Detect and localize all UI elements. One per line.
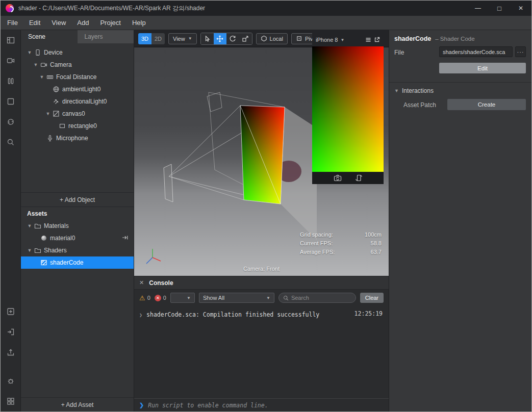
chevron-right-icon: ❯ [139,312,142,318]
caret-down-icon[interactable]: ▼ [26,248,33,253]
menu-view[interactable]: View [46,16,71,30]
tab-layers[interactable]: Layers [78,30,134,43]
simulator-panel: iPhone 8 ▼ [312,33,384,184]
simulator-device-label[interactable]: iPhone 8 [316,37,338,43]
file-path-field[interactable]: shaders/shaderCode.sca [439,46,513,57]
create-patch-button[interactable]: Create [447,99,526,110]
rotate-tool-button[interactable] [226,33,239,44]
scene-tree-item-ambientlight0[interactable]: ▼ ambientLight0 [21,83,134,95]
menu-file[interactable]: File [1,16,23,30]
axis-gizmo [146,249,161,264]
warning-icon: ⚠ [139,294,145,302]
log-entry[interactable]: ❯ shaderCode.sca: Compilation finished s… [134,309,389,320]
caret-down-icon: ▼ [394,88,399,93]
show-all-dropdown[interactable]: Show All ▼ [199,293,274,303]
assets-item-materials[interactable]: ▼ Materials [21,220,134,232]
scene-tree-item-microphone[interactable]: ▼ Microphone [21,132,134,144]
focal-distance-icon [45,73,55,81]
blocks-grid-icon[interactable] [1,391,21,411]
tree-item-label: canvas0 [62,110,85,117]
simulator-preview[interactable] [312,46,384,172]
folder-icon [33,247,42,254]
popout-icon[interactable] [374,37,380,43]
tree-item-label: shaderCode [50,259,83,266]
chevron-down-icon[interactable]: ▼ [340,38,344,42]
rotate-device-icon[interactable] [355,174,363,182]
debug-bug-icon[interactable] [1,371,21,391]
caret-down-icon[interactable]: ▼ [26,223,33,228]
insert-arrow-icon[interactable] [121,234,129,243]
import-icon[interactable] [1,322,21,342]
view-dropdown[interactable]: View ▼ [168,33,197,44]
maximize-button[interactable]: □ [489,1,510,16]
tree-item-label: directionalLight0 [62,98,107,105]
rectangle-icon [58,122,67,130]
inspector-subtitle: – Shader Code [435,36,474,42]
add-asset-button[interactable]: + Add Asset [21,397,134,411]
menu-project[interactable]: Project [94,16,126,30]
select-tool-button[interactable] [201,33,214,44]
add-block-icon[interactable] [1,301,21,322]
mode-2d-button[interactable]: 2D [151,33,165,44]
tree-item-label: Microphone [56,135,88,142]
menu-add[interactable]: Add [71,16,94,30]
assets-item-material0[interactable]: ▼ material0 [21,232,134,244]
caret-down-icon[interactable]: ▼ [32,62,39,67]
menu-help[interactable]: Help [126,16,151,30]
menu-edit[interactable]: Edit [23,16,46,30]
console-close-icon[interactable]: ✕ [139,279,144,286]
scene-tree-item-directionallight0[interactable]: ▼ directionalLight0 [21,95,134,108]
search-icon[interactable] [1,132,21,152]
caret-down-icon[interactable]: ▼ [26,50,33,55]
scene-tree-item-focal-distance[interactable]: ▼ Focal Distance [21,71,134,83]
minimize-button[interactable]: — [467,1,489,16]
chevron-down-icon: ▼ [266,296,270,300]
assets-item-shadercode[interactable]: ▼ shaderCode [21,256,134,269]
console-toolbar: ⚠ 0 ✕ 0 ▼ Show All ▼ [134,290,389,306]
ambient-light-icon [52,86,61,93]
clear-console-button[interactable]: Clear [360,293,384,303]
console-header: ✕ Console [134,276,389,290]
command-line-row[interactable]: ❯ Run script to enable command line. [134,398,389,411]
folder-icon [33,222,42,229]
scene-tree-item-canvas0[interactable]: ▼ canvas0 [21,108,134,120]
console-search[interactable] [278,293,356,303]
move-tool-button[interactable] [214,33,226,44]
mode-3d-button[interactable]: 3D [138,33,151,44]
scene-panel-icon[interactable] [1,30,21,50]
caret-down-icon[interactable]: ▼ [38,74,45,80]
edit-shader-button[interactable]: Edit [439,63,526,73]
left-tool-strip [1,30,21,411]
window-title: shader - C:/Users/WE-AR/Documents/WE-AR/… [18,4,467,13]
tab-scene[interactable]: Scene [21,30,78,43]
warning-filter[interactable]: ⚠ 0 [139,294,150,302]
interactions-section-header[interactable]: ▼ Interactions [389,83,531,99]
sync-icon[interactable] [1,112,21,132]
console-search-input[interactable] [291,295,342,301]
viewport-icon[interactable] [1,91,21,112]
caret-down-icon[interactable]: ▼ [44,111,52,116]
patches-icon[interactable] [1,71,21,91]
source-filter-dropdown[interactable]: ▼ [170,293,195,303]
scale-tool-button[interactable] [239,33,252,44]
assets-item-shaders[interactable]: ▼ Shaders [21,244,134,256]
scene-tab-bar: Scene Layers [21,30,134,43]
scene-tree-item-device[interactable]: ▼ Device [21,46,134,59]
video-icon[interactable] [1,50,21,71]
log-message: shaderCode.sca: Compilation finished suc… [146,311,319,318]
viewport[interactable]: 3D 2D View ▼ [134,30,389,276]
switch-camera-icon[interactable] [334,174,342,182]
local-space-button[interactable]: Local [256,33,288,44]
add-object-button[interactable]: + Add Object [21,192,134,207]
scene-tree-item-camera[interactable]: ▼ Camera [21,59,134,71]
scene-tree-item-rectangle0[interactable]: ▼ rectangle0 [21,120,134,132]
log-timestamp: 12:25:19 [354,310,383,317]
close-button[interactable]: ✕ [510,1,531,16]
average-fps-label: Average FPS: [300,249,335,255]
publish-icon[interactable] [1,342,21,363]
prompt-chevron-icon: ❯ [139,402,144,408]
browse-file-button[interactable]: ··· [515,46,526,57]
simulator-menu-icon[interactable] [365,37,371,43]
error-filter[interactable]: ✕ 0 [155,295,166,301]
inspector-header: shaderCode – Shader Code [389,30,531,46]
